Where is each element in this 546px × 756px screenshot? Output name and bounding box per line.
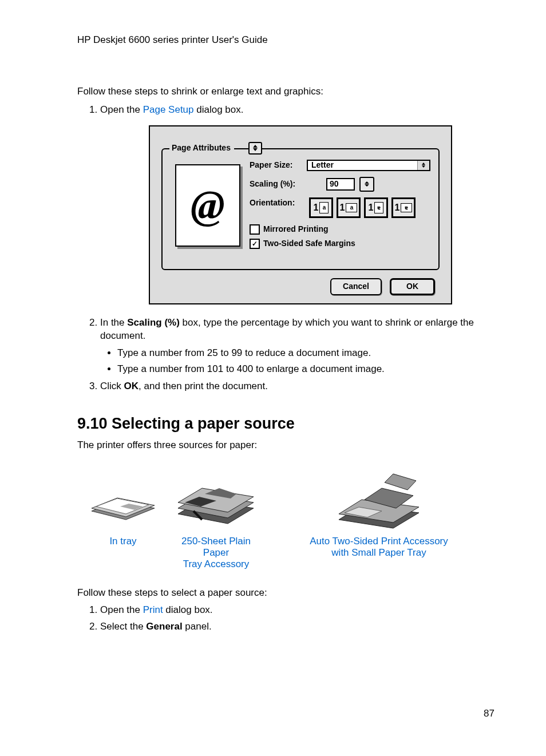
- two-sided-margins-checkbox[interactable]: ✓: [250, 239, 260, 249]
- svg-marker-13: [385, 474, 416, 490]
- intro-text-1: Follow these steps to shrink or enlarge …: [77, 86, 494, 97]
- bullet-2: Type a number from 101 to 400 to enlarge…: [117, 362, 494, 376]
- sec2-step-2: Select the General panel.: [100, 620, 494, 634]
- caption-tray-accessory-2[interactable]: Tray Accessory: [183, 559, 250, 569]
- at-symbol-icon: @: [191, 176, 225, 234]
- caption-duplex-2[interactable]: with Small Paper Tray: [331, 547, 426, 558]
- step-3-text-a: Click: [100, 381, 124, 391]
- orientation-landscape-button[interactable]: 1a: [337, 197, 361, 218]
- orientation-arrow-icon: 1: [395, 201, 400, 214]
- scaling-input[interactable]: 90: [326, 178, 355, 191]
- caption-duplex-1[interactable]: Auto Two-Sided Print Accessory: [310, 536, 448, 547]
- mirrored-printing-label: Mirrored Printing: [263, 224, 329, 235]
- mirrored-printing-checkbox[interactable]: [250, 224, 260, 235]
- link-print[interactable]: Print: [143, 604, 163, 615]
- in-tray-image: [77, 468, 169, 531]
- step-2-bold: Scaling (%): [127, 317, 180, 328]
- step-3-text-b: , and then print the document.: [139, 381, 268, 391]
- step-3: Click OK, and then print the document.: [100, 379, 494, 393]
- sec2-step1-b: dialog box.: [163, 604, 213, 615]
- orientation-page-icon: a: [346, 203, 357, 212]
- orientation-arrow-icon: 1: [340, 201, 345, 214]
- stepper-down-icon: [365, 184, 369, 187]
- orientation-portrait-button[interactable]: 1a: [309, 197, 333, 218]
- step-1-text-b: dialog box.: [194, 104, 244, 115]
- tab-selector-dropdown[interactable]: [248, 142, 262, 155]
- step-2-text-a: In the: [100, 317, 127, 328]
- section-heading: 9.10 Selecting a paper source: [77, 415, 494, 433]
- page-setup-figure: Page Attributes @: [149, 125, 494, 304]
- link-page-setup[interactable]: Page Setup: [143, 104, 194, 115]
- step-2: In the Scaling (%) box, type the percent…: [100, 316, 494, 376]
- paper-source-figure: In tray 250-Sheet Plain PaperTray Access…: [77, 468, 494, 570]
- orientation-rev-portrait-button[interactable]: 1ɐ: [364, 197, 388, 218]
- doc-header: HP Deskjet 6600 series printer User's Gu…: [77, 34, 494, 46]
- two-sided-margins-label: Two-Sided Safe Margins: [263, 238, 355, 250]
- sec2-step2-b: panel.: [183, 621, 212, 632]
- stepper-up-icon: [253, 145, 258, 148]
- paper-size-label: Paper Size:: [250, 160, 302, 171]
- stepper-down-icon: [253, 148, 258, 151]
- duplex-accessory-image: [263, 468, 494, 531]
- orientation-page-icon: a: [319, 202, 329, 213]
- step-3-bold: OK: [124, 381, 139, 391]
- orientation-page-icon: ɐ: [401, 203, 412, 212]
- caption-tray-accessory-1[interactable]: 250-Sheet Plain Paper: [181, 536, 251, 558]
- paper-size-value: Letter: [311, 160, 334, 171]
- scaling-label: Scaling (%):: [250, 179, 302, 190]
- scaling-stepper[interactable]: [359, 177, 374, 192]
- orientation-page-icon: ɐ: [374, 202, 383, 213]
- preview-thumbnail: @: [175, 164, 240, 247]
- sec2-step1-a: Open the: [100, 604, 143, 615]
- ok-button[interactable]: OK: [390, 278, 435, 295]
- step-1: Open the Page Setup dialog box. Page Att…: [100, 103, 494, 304]
- tab-title: Page Attributes: [169, 143, 234, 154]
- sec2-step-1: Open the Print dialog box.: [100, 603, 494, 617]
- sec2-step2-bold: General: [146, 621, 182, 632]
- orientation-label: Orientation:: [250, 197, 302, 209]
- bullet-1: Type a number from 25 to 99 to reduce a …: [117, 346, 494, 360]
- stepper-up-icon: [365, 181, 369, 184]
- page-setup-dialog: Page Attributes @: [149, 125, 452, 304]
- page-number: 87: [77, 708, 494, 719]
- orientation-arrow-icon: 1: [369, 201, 374, 214]
- page-attributes-frame: Page Attributes @: [161, 148, 440, 270]
- caption-in-tray[interactable]: In tray: [109, 536, 136, 547]
- cancel-button[interactable]: Cancel: [330, 278, 382, 295]
- sec2-step2-a: Select the: [100, 621, 146, 632]
- section-intro: The printer offers three sources for pap…: [77, 440, 494, 451]
- intro-text-2: Follow these steps to select a paper sou…: [77, 587, 494, 599]
- orientation-arrow-icon: 1: [314, 201, 319, 214]
- paper-size-select[interactable]: Letter: [307, 160, 430, 171]
- select-arrow-icon: [417, 161, 429, 170]
- step-1-text-a: Open the: [100, 104, 143, 115]
- tray-accessory-image: [169, 468, 263, 531]
- orientation-rev-landscape-button[interactable]: 1ɐ: [391, 197, 416, 218]
